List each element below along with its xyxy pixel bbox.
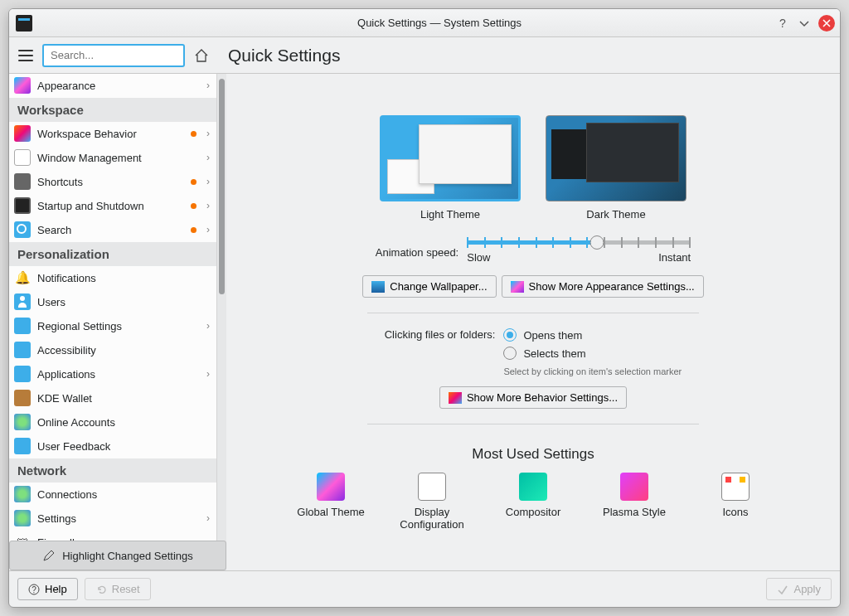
theme-chooser: Light Theme Dark Theme <box>380 115 686 221</box>
monitor-icon <box>14 149 31 166</box>
page-title: Quick Settings <box>228 46 340 65</box>
sidebar-scrollbar[interactable] <box>216 74 226 570</box>
theme-icon <box>317 473 345 501</box>
sidebar-item-kde-wallet[interactable]: KDE Wallet <box>9 386 216 410</box>
globe-icon <box>14 414 31 430</box>
chevron-right-icon: › <box>206 512 210 524</box>
help-button[interactable]: ? Help <box>17 578 78 600</box>
section-header-network: Network <box>9 458 216 483</box>
animation-speed-label: Animation speed: <box>376 246 458 259</box>
bell-icon: 🔔 <box>14 269 31 286</box>
footer: ? Help Reset Apply <box>9 570 840 607</box>
show-more-behavior-button[interactable]: Show More Behavior Settings... <box>439 386 627 409</box>
highlight-label: Highlight Changed Settings <box>62 550 193 562</box>
most-used-compositor[interactable]: Compositor <box>495 473 571 531</box>
click-behavior-row: Clicking files or folders: Opens them Se… <box>385 328 682 376</box>
window: Quick Settings — System Settings ? Quick… <box>8 8 841 608</box>
chevron-right-icon: › <box>206 128 210 139</box>
slider-handle[interactable] <box>589 235 604 250</box>
most-used-icons[interactable]: Icons <box>697 473 774 531</box>
window-title: Quick Settings — System Settings <box>39 17 840 29</box>
access-icon <box>14 342 31 358</box>
sidebar-item-applications[interactable]: Applications› <box>9 362 216 386</box>
sidebar-item-label: KDE Wallet <box>37 392 210 405</box>
animation-speed-row: Animation speed: Slow Instant <box>376 240 691 264</box>
appearance-icon <box>511 281 524 293</box>
user-icon <box>14 293 31 310</box>
comp-icon <box>519 473 547 501</box>
highlight-changed-button[interactable]: Highlight Changed Settings <box>9 541 226 570</box>
fb-icon <box>14 438 31 454</box>
help-titlebar-button[interactable]: ? <box>775 16 790 31</box>
globe-icon <box>14 510 31 526</box>
sidebar-item-window-management[interactable]: Window Management› <box>9 146 216 170</box>
change-wallpaper-button[interactable]: Change Wallpaper... <box>362 275 496 298</box>
most-used-label: Plasma Style <box>596 506 672 518</box>
keys-icon <box>14 173 31 190</box>
sidebar-item-regional-settings[interactable]: Regional Settings› <box>9 314 216 338</box>
chevron-right-icon: › <box>206 200 210 211</box>
svg-text:?: ? <box>32 585 36 594</box>
sidebar-item-connections[interactable]: Connections <box>9 483 216 507</box>
wallpaper-icon <box>371 281 385 293</box>
sidebar-item-label: Applications <box>37 368 200 381</box>
radio-selects-them[interactable]: Selects them <box>503 347 682 360</box>
sidebar-item-search[interactable]: Search› <box>9 218 216 242</box>
sidebar-item-label: Accessibility <box>37 344 210 357</box>
sidebar-item-users[interactable]: Users <box>9 290 216 314</box>
app-icon <box>16 15 32 32</box>
sidebar-item-label: Workspace Behavior <box>37 128 184 140</box>
most-used-global-theme[interactable]: Global Theme <box>293 473 369 531</box>
radio-opens-them[interactable]: Opens them <box>503 328 682 342</box>
minimize-button[interactable] <box>797 16 812 31</box>
sidebar-item-user-feedback[interactable]: User Feedback <box>9 434 216 458</box>
sidebar-item-label: Connections <box>37 488 210 501</box>
close-button[interactable] <box>818 15 835 32</box>
chevron-right-icon: › <box>206 320 210 332</box>
chevron-right-icon: › <box>206 152 210 163</box>
show-more-appearance-button[interactable]: Show More Appearance Settings... <box>502 275 704 298</box>
theme-light[interactable]: Light Theme <box>380 115 521 221</box>
body: Appearance›WorkspaceWorkspace Behavior›W… <box>9 74 840 570</box>
dark-theme-thumbnail <box>546 115 686 201</box>
apply-button[interactable]: Apply <box>766 578 832 600</box>
plasma-icon <box>620 473 648 501</box>
reset-button[interactable]: Reset <box>85 578 151 600</box>
most-used-title: Most Used Settings <box>472 446 594 463</box>
sidebar-item-settings[interactable]: Settings› <box>9 507 216 531</box>
most-used-display-configuration[interactable]: Display Configuration <box>394 473 470 531</box>
check-icon <box>777 584 788 595</box>
sidebar-item-online-accounts[interactable]: Online Accounts <box>9 410 216 434</box>
sidebar-item-accessibility[interactable]: Accessibility <box>9 338 216 362</box>
icons-icon <box>721 473 750 501</box>
sidebar-item-workspace-behavior[interactable]: Workspace Behavior› <box>9 122 216 146</box>
behavior-icon <box>449 392 462 404</box>
sidebar-item-label: Search <box>37 224 184 236</box>
pencil-icon <box>42 549 56 562</box>
click-hint: Select by clicking on item's selection m… <box>503 366 682 376</box>
search-input[interactable] <box>42 44 185 67</box>
titlebar: Quick Settings — System Settings ? <box>9 9 840 37</box>
sidebar-item-label: Notifications <box>37 272 210 284</box>
display-icon <box>418 473 446 501</box>
most-used-plasma-style[interactable]: Plasma Style <box>596 473 672 531</box>
sidebar-item-shortcuts[interactable]: Shortcuts› <box>9 170 216 194</box>
sidebar-item-startup-and-shutdown[interactable]: Startup and Shutdown› <box>9 194 216 218</box>
home-button[interactable] <box>190 44 213 67</box>
sidebar-item-label: Shortcuts <box>37 176 184 188</box>
most-used-label: Global Theme <box>293 506 369 518</box>
most-used-label: Compositor <box>495 506 571 518</box>
most-used-label: Icons <box>697 506 774 518</box>
theme-dark[interactable]: Dark Theme <box>546 115 686 221</box>
sidebar-item-label: Settings <box>37 512 200 525</box>
section-header-workspace: Workspace <box>9 98 216 122</box>
hamburger-menu-button[interactable] <box>14 44 37 67</box>
sidebar-item-label: Startup and Shutdown <box>37 200 184 212</box>
search-icon <box>14 221 31 238</box>
sidebar-item-appearance[interactable]: Appearance› <box>9 74 216 98</box>
click-behavior-label: Clicking files or folders: <box>385 328 496 341</box>
sidebar-item-notifications[interactable]: 🔔Notifications <box>9 266 216 290</box>
animation-speed-slider[interactable] <box>467 240 691 245</box>
sidebar-item-label: Regional Settings <box>37 320 200 332</box>
dark-theme-label: Dark Theme <box>546 208 686 221</box>
